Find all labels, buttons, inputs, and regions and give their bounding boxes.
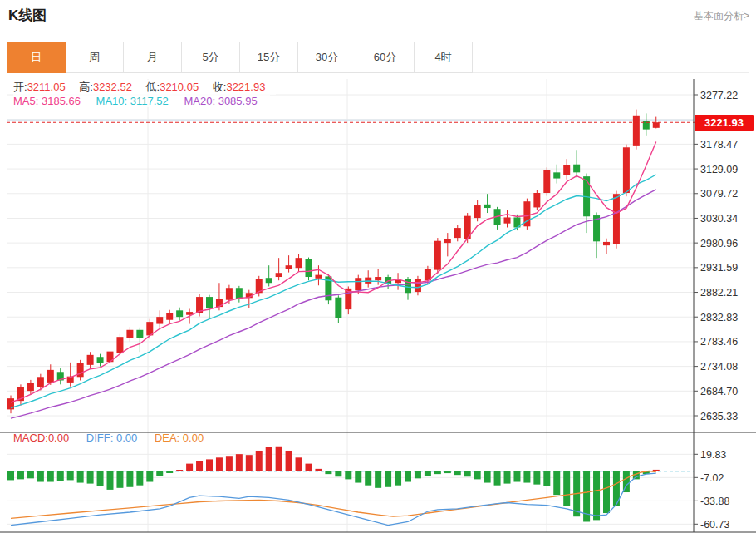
dea-label: DEA:	[155, 432, 179, 444]
kline-widget: K线图 基本面分析> 日 周 月 5分 15分 30分 60分 4时 3277.…	[0, 0, 756, 538]
macd-axis-label: -7.02	[700, 472, 724, 484]
close-label: 收:	[213, 81, 227, 93]
y-axis-label: 3030.34	[700, 213, 738, 225]
macd-axis-label: 19.83	[700, 449, 726, 461]
tab-4hour[interactable]: 4时	[415, 42, 473, 73]
tab-week[interactable]: 周	[66, 42, 124, 73]
macd-value: 0.00	[48, 432, 69, 444]
macd-readout: MACD:0.00 DIFF: 0.00 DEA: 0.00	[13, 432, 218, 444]
price-axis: 3277.223178.473129.093079.723030.342980.…	[694, 90, 738, 422]
diff-value: 0.00	[116, 432, 137, 444]
chart-svg[interactable]: 3277.223178.473129.093079.723030.342980.…	[0, 77, 756, 536]
period-tabs: 日 周 月 5分 15分 30分 60分 4时	[7, 42, 749, 73]
tab-30min[interactable]: 30分	[298, 42, 356, 73]
ma5-value: 3185.66	[42, 95, 81, 107]
y-axis-label: 2832.83	[700, 312, 738, 323]
diff-label: DIFF:	[86, 432, 114, 444]
dea-value: 0.00	[183, 432, 204, 444]
ma10-value: 3117.52	[130, 95, 169, 107]
macd-axis: 19.83-7.02-33.88-60.73	[694, 449, 729, 531]
y-axis-label: 2684.70	[700, 386, 738, 397]
low-label: 低:	[146, 81, 160, 93]
low-value: 3210.05	[160, 81, 199, 93]
y-axis-label: 3079.72	[700, 188, 738, 200]
tab-15min[interactable]: 15分	[240, 42, 298, 73]
header-divider	[0, 32, 756, 32]
y-axis-label: 3277.22	[700, 90, 738, 101]
kline-chart-canvas[interactable]: 3277.223178.473129.093079.723030.342980.…	[0, 77, 756, 536]
y-axis-label: 2635.33	[700, 411, 738, 422]
y-axis-label: 3129.09	[700, 164, 738, 175]
close-value: 3221.93	[226, 81, 265, 93]
tab-day[interactable]: 日	[7, 42, 66, 73]
y-axis-label: 2734.08	[700, 361, 738, 373]
macd-label: MACD:	[13, 432, 48, 444]
tab-month[interactable]: 月	[124, 42, 182, 73]
y-axis-label: 3178.47	[700, 139, 738, 151]
open-label: 开:	[13, 81, 27, 93]
y-axis-label: 2931.59	[700, 262, 738, 274]
ohlc-readout: 开:3211.05 高:3232.52 低:3210.05 收:3221.93	[13, 80, 276, 95]
tab-60min[interactable]: 60分	[356, 42, 415, 73]
panel-borders	[0, 79, 756, 532]
ma5-label: MA5:	[13, 95, 38, 107]
high-value: 3232.52	[93, 81, 132, 93]
ma20-label: MA20:	[184, 95, 215, 107]
macd-axis-label: -33.88	[700, 496, 729, 507]
tab-5min[interactable]: 5分	[182, 42, 240, 73]
tab-bar-filler	[473, 42, 749, 73]
candles-layer	[7, 110, 660, 414]
y-axis-label: 2882.21	[700, 287, 738, 299]
y-axis-label: 2783.46	[700, 336, 738, 348]
fundamental-analysis-link[interactable]: 基本面分析>	[694, 9, 749, 23]
open-value: 3211.05	[27, 81, 66, 93]
y-axis-label: 2980.96	[700, 238, 738, 249]
ma10-label: MA10:	[96, 95, 128, 107]
current-price-badge: 3221.93	[695, 115, 754, 131]
page-title: K线图	[8, 6, 47, 25]
ma10-line	[11, 175, 656, 408]
ma-readout: MA5: 3185.66 MA10: 3117.52 MA20: 3085.95	[13, 95, 270, 107]
macd-axis-label: -60.73	[700, 519, 729, 531]
ma20-value: 3085.95	[218, 95, 258, 107]
ma5-line	[11, 141, 656, 402]
ma20-line	[11, 190, 656, 418]
high-label: 高:	[79, 81, 93, 93]
